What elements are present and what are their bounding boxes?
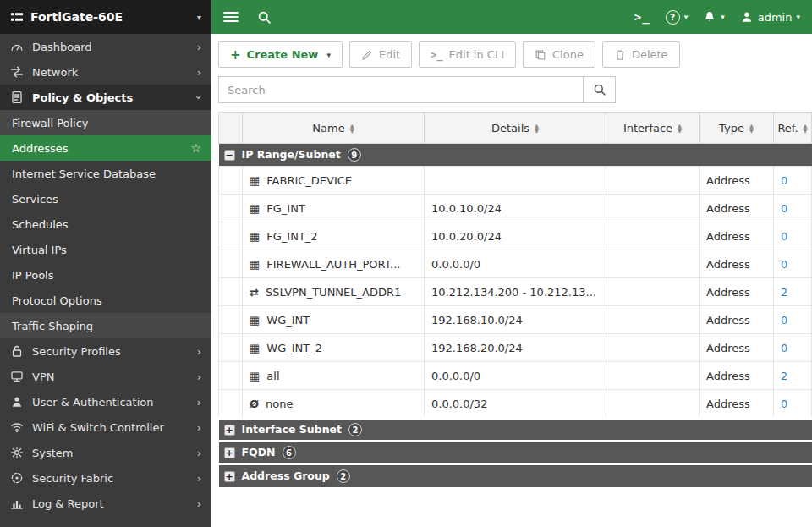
sidebar-item-wifi-switch-controller[interactable]: WiFi & Switch Controller ›: [0, 414, 211, 440]
gutter-cell: [219, 195, 243, 222]
table-row[interactable]: FIREWALL_AUTH_PORT... 0.0.0.0/0 Address …: [219, 250, 812, 278]
sidebar-item-system[interactable]: System ›: [0, 440, 211, 465]
ref-link[interactable]: 2: [781, 286, 787, 299]
edit-button[interactable]: Edit: [349, 41, 412, 68]
submenu-item-label: Virtual IPs: [12, 244, 67, 256]
search-submit-button[interactable]: [584, 76, 616, 103]
hamburger-menu-button[interactable]: [223, 11, 239, 23]
expand-icon[interactable]: [224, 447, 235, 458]
group-header-ip-range-subnet[interactable]: IP Range/Subnet9: [219, 144, 812, 167]
address-details: 10.212.134.200 - 10.212.13...: [425, 278, 606, 306]
column-header-type[interactable]: Type: [700, 113, 774, 144]
expand-icon[interactable]: [224, 425, 235, 436]
table-row[interactable]: FG_INT_2 10.0.20.0/24 Address 0: [219, 222, 812, 250]
table-row[interactable]: FG_INT 10.0.10.0/24 Address 0: [219, 195, 812, 222]
sidebar-item-traffic-shaping[interactable]: Traffic Shaping: [0, 313, 211, 338]
admin-menu-button[interactable]: admin ▾: [740, 10, 800, 24]
sidebar-item-addresses[interactable]: Addresses☆: [0, 135, 211, 161]
ref-link[interactable]: 0: [781, 342, 787, 354]
sidebar-item-schedules[interactable]: Schedules: [0, 211, 211, 237]
group-header-address-group[interactable]: Address Group2: [219, 464, 812, 487]
table-search-bar: [211, 74, 812, 112]
sidebar-item-services[interactable]: Services: [0, 186, 211, 211]
sidebar-item-log-report[interactable]: Log & Report ›: [0, 491, 211, 516]
table-row[interactable]: WG_INT 192.168.10.0/24 Address 0: [219, 306, 812, 334]
vpn-icon: [10, 370, 24, 383]
sidebar-item-security-fabric[interactable]: Security Fabric ›: [0, 465, 211, 491]
column-header-ref[interactable]: Ref.: [774, 113, 812, 144]
chevron-down-icon: ▾: [684, 13, 689, 21]
ref-link[interactable]: 0: [781, 314, 787, 327]
table-row[interactable]: none 0.0.0.0/32 Address 0: [219, 390, 812, 419]
column-header-interface[interactable]: Interface: [606, 113, 700, 144]
gutter-cell: [219, 334, 243, 362]
sidebar-item-security-profiles[interactable]: Security Profiles ›: [0, 338, 211, 364]
search-input[interactable]: [218, 76, 584, 103]
sidebar-item-ip-pools[interactable]: IP Pools: [0, 262, 211, 288]
policy-objects-icon: [10, 91, 24, 104]
favorite-star-icon[interactable]: ☆: [190, 141, 201, 155]
collapse-icon[interactable]: [224, 150, 235, 161]
gutter-cell: [219, 278, 243, 306]
edit-in-cli-button[interactable]: >_ Edit in CLI: [419, 41, 516, 68]
table-row[interactable]: WG_INT_2 192.168.20.0/24 Address 0: [219, 334, 812, 362]
ref-link[interactable]: 0: [781, 230, 787, 243]
address-name: FIREWALL_AUTH_PORT...: [266, 258, 400, 271]
chevron-right-icon: ›: [197, 472, 201, 485]
ref-link[interactable]: 0: [781, 258, 787, 271]
sidebar-item-internet-service-database[interactable]: Internet Service Database: [0, 161, 211, 186]
global-search-button[interactable]: [257, 10, 272, 25]
cli-console-button[interactable]: >_: [634, 10, 650, 24]
device-selector[interactable]: FortiGate-60E ▾: [0, 0, 211, 34]
submenu-item-label: Addresses: [12, 142, 69, 155]
sidebar-item-firewall-policy[interactable]: Firewall Policy: [0, 110, 211, 135]
sidebar-item-dashboard[interactable]: Dashboard ›: [0, 34, 211, 59]
address-details: 0.0.0.0/0: [425, 362, 606, 390]
sidebar-item-network[interactable]: Network ›: [0, 59, 211, 85]
help-menu-button[interactable]: ? ▾: [666, 10, 689, 25]
sidebar-item-protocol-options[interactable]: Protocol Options: [0, 288, 211, 313]
subnet-icon: [250, 175, 260, 186]
subnet-icon: [250, 203, 260, 214]
clone-button[interactable]: Clone: [523, 41, 595, 68]
column-header-details[interactable]: Details: [425, 113, 606, 144]
chevron-right-icon: ›: [197, 421, 201, 434]
sidebar-item-vpn[interactable]: VPN ›: [0, 364, 211, 389]
group-header-interface-subnet[interactable]: Interface Subnet2: [219, 419, 812, 442]
group-label: Interface Subnet: [242, 423, 342, 436]
table-row[interactable]: SSLVPN_TUNNEL_ADDR1 10.212.134.200 - 10.…: [219, 278, 812, 306]
ref-link[interactable]: 0: [781, 174, 787, 187]
table-row[interactable]: all 0.0.0.0/0 Address 2: [219, 362, 812, 390]
chevron-right-icon: ›: [197, 371, 201, 383]
address-type: Address: [700, 334, 774, 362]
create-new-button[interactable]: Create New ▾: [218, 41, 343, 68]
gutter-cell: [219, 306, 243, 334]
help-icon: ?: [666, 10, 680, 25]
submenu-item-label: Internet Service Database: [12, 167, 156, 180]
sort-icon: [535, 124, 539, 134]
user-icon: [10, 395, 24, 409]
address-type: Address: [700, 390, 774, 419]
expand-icon[interactable]: [224, 471, 235, 482]
notifications-menu-button[interactable]: ▾: [703, 10, 725, 24]
ref-link[interactable]: 2: [781, 370, 787, 382]
chevron-right-icon: ›: [197, 66, 201, 79]
address-type: Address: [700, 306, 774, 334]
sidebar-item-policy-objects[interactable]: Policy & Objects ›: [0, 85, 211, 110]
address-details: 0.0.0.0/0: [425, 250, 606, 278]
bell-icon: [703, 10, 716, 24]
column-header-name[interactable]: Name: [243, 113, 425, 144]
sidebar-item-virtual-ips[interactable]: Virtual IPs: [0, 237, 211, 262]
table-header-row: Name Details Interface Type Ref.: [219, 113, 812, 144]
addresses-table-container: Name Details Interface Type Ref. IP Rang…: [211, 112, 812, 527]
dashboard-icon: [10, 40, 24, 53]
table-row[interactable]: FABRIC_DEVICE Address 0: [219, 167, 812, 195]
group-header-fqdn[interactable]: FQDN6: [219, 442, 812, 464]
ref-link[interactable]: 0: [781, 202, 787, 215]
sort-icon: [804, 124, 808, 134]
sidebar-item-user-authentication[interactable]: User & Authentication ›: [0, 389, 211, 414]
address-type: Address: [700, 167, 774, 195]
delete-button[interactable]: Delete: [602, 41, 680, 68]
address-type: Address: [700, 195, 774, 222]
ref-link[interactable]: 0: [781, 398, 787, 410]
